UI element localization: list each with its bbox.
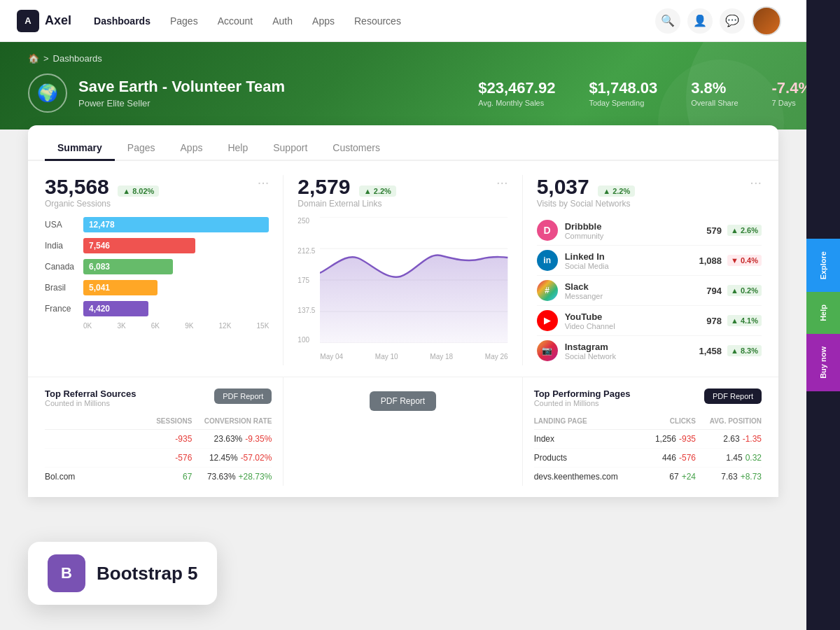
x-label-may10: May 10 [375,353,398,360]
social-value: 5,037 [537,175,589,198]
referral-subtitle: Counted in Millions [45,399,136,407]
instagram-change: ▲ 8.3% [727,345,762,356]
sidebar-help[interactable]: Help [806,292,840,334]
organic-badge: ▲ 8.02% [118,186,159,197]
ref-row1-rate-change: -9.35% [245,434,272,444]
logo-icon: A [17,10,39,32]
bar-label-usa: USA [45,220,83,230]
domain-badge: ▲ 2.2% [359,186,396,197]
nav-links: Dashboards Pages Account Auth Apps Resou… [94,15,401,27]
perf-row3-position-change: +8.73 [741,472,762,482]
linkedin-name: Linked In [565,251,699,262]
tab-apps[interactable]: Apps [168,136,216,161]
slack-icon: # [537,280,558,301]
breadcrumb-home-icon: 🏠 [28,53,39,64]
bar-row-brasil: Brasil 5,041 [45,280,269,295]
bar-chart: USA 12,478 India 7,546 Canada 6,083 Bras… [45,217,269,330]
referral-pdf-btn[interactable]: PDF Report [214,388,272,404]
nav-apps[interactable]: Apps [312,15,335,27]
nav-dashboards[interactable]: Dashboards [94,15,150,27]
instagram-count: 1,458 [699,346,722,356]
ref-row2-sessions: -576 [143,453,192,463]
axis-9k: 9K [185,322,193,330]
organic-section: 35,568 ▲ 8.02% ··· Organic Sessions USA … [45,175,284,365]
y-label-250: 250 [298,217,318,225]
linkedin-icon: in [537,250,558,271]
domain-more-btn[interactable]: ··· [496,175,508,189]
organic-more-btn[interactable]: ··· [258,175,270,189]
social-more-btn[interactable]: ··· [750,175,762,189]
axis-12k: 12K [219,322,232,330]
youtube-name: YouTube [565,312,707,322]
sidebar-explore[interactable]: Explore [806,239,840,292]
performing-row-2: Products 446 -576 1.45 0.32 [534,449,762,468]
ref-col-sessions: SESSIONS [143,417,192,425]
tab-support[interactable]: Support [260,136,320,161]
axis-15k: 15K [257,322,270,330]
x-label-may04: May 04 [320,353,343,360]
slack-type: Messanger [565,292,707,300]
bar-row-france: France 4,420 [45,301,269,316]
y-label-137: 137.5 [298,307,318,314]
tab-summary[interactable]: Summary [45,136,115,161]
youtube-info: YouTube Video Channel [565,312,707,330]
perf-row3-clicks-change: +24 [682,472,696,482]
search-button[interactable]: 🔍 [655,8,680,34]
tab-help[interactable]: Help [215,136,260,161]
performing-row-1: Index 1,256 -935 2.63 -1.35 [534,430,762,449]
top-nav: A Axel Dashboards Pages Account Auth App… [0,0,840,42]
referral-row-1: -935 23.63% -9.35% [45,430,272,449]
bootstrap-badge: B Bootstrap 5 [28,542,217,605]
performing-subtitle: Counted in Millions [534,399,631,407]
dribbble-name: Dribbble [565,221,707,232]
performing-section: Top Performing Pages Counted in Millions… [523,377,762,486]
axis-0k: 0K [83,322,92,330]
nav-resources[interactable]: Resources [354,15,401,27]
bar-axis: 0K 3K 6K 9K 12K 15K [45,322,269,330]
instagram-icon: 📷 [537,340,558,361]
avatar[interactable] [752,6,781,36]
ref-row3-rate: 73.63% [207,472,236,482]
nav-account[interactable]: Account [218,15,253,27]
breadcrumb-current: Dashboards [53,53,102,64]
bar-france: 4,420 [83,301,148,316]
dribbble-info: Dribbble Community [565,221,707,240]
right-sidebar: Explore Help Buy now [806,0,840,630]
bar-label-india: India [45,241,83,251]
bar-row-usa: USA 12,478 [45,217,269,232]
ref-row1-rate: 23.63% [214,434,243,444]
bar-row-canada: Canada 6,083 [45,259,269,274]
banner-logo: 🌍 [28,74,67,113]
performing-pdf-btn[interactable]: PDF Report [704,388,762,404]
axis-3k: 3K [117,322,125,330]
perf-col-position: AVG. POSITION [699,417,762,425]
pdf-report-center-btn[interactable]: PDF Report [370,391,436,411]
messages-button[interactable]: 💬 [720,8,745,34]
youtube-change: ▲ 4.1% [727,315,762,326]
tabs-bar: Summary Pages Apps Help Support Customer… [28,125,778,161]
perf-row1-position-change: -1.35 [743,434,762,444]
bar-label-canada: Canada [45,262,83,272]
logo-area: A Axel [17,10,71,32]
ref-row2-rate: 12.45% [209,453,238,463]
tab-customers[interactable]: Customers [320,136,393,161]
line-chart: 250 212.5 175 137.5 100 [298,217,507,360]
sidebar-buy[interactable]: Buy now [806,334,840,391]
referral-row-2: -576 12.45% -57.02% [45,449,272,468]
tab-pages[interactable]: Pages [115,136,168,161]
perf-col-page: LANDING PAGE [534,417,637,425]
bootstrap-icon: B [48,554,85,592]
notifications-button[interactable]: 👤 [687,8,713,34]
nav-auth[interactable]: Auth [272,15,293,27]
ref-col-rate: CONVERSION RATE [195,417,272,425]
performing-title: Top Performing Pages [534,388,631,399]
axis-6k: 6K [151,322,160,330]
nav-right: 🔍 👤 💬 [655,6,781,36]
dribbble-type: Community [565,232,707,240]
x-label-may26: May 26 [485,353,508,360]
main-card: Summary Pages Apps Help Support Customer… [28,125,778,497]
nav-pages[interactable]: Pages [170,15,198,27]
instagram-type: Social Network [565,352,699,360]
perf-row3-clicks: 67 [669,472,678,482]
social-badge: ▲ 2.2% [598,186,635,197]
